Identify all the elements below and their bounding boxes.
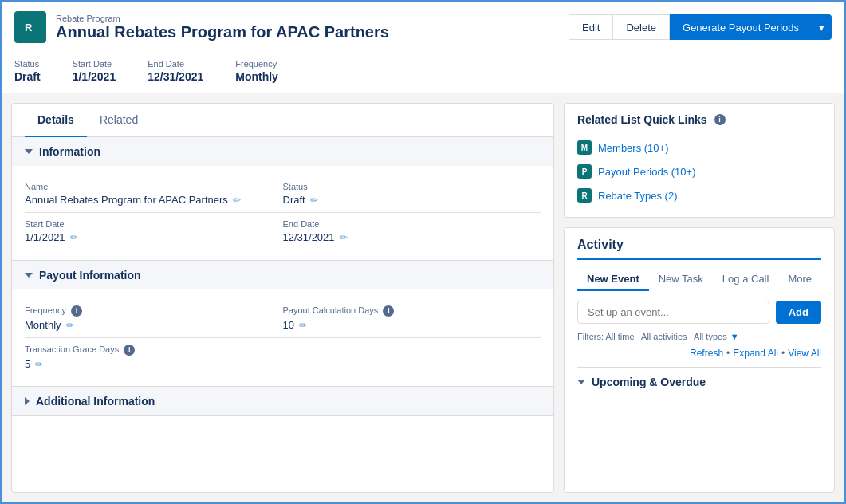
rebate-types-link-icon: R [577, 188, 592, 203]
payout-periods-link-icon: P [577, 164, 592, 179]
members-link-icon: M [577, 140, 592, 155]
event-input[interactable] [577, 301, 769, 324]
activity-tab-new-task[interactable]: New Task [649, 268, 713, 291]
delete-button[interactable]: Delete [613, 14, 670, 40]
meta-frequency-value: Monthly [235, 70, 278, 83]
tab-related[interactable]: Related [87, 104, 151, 137]
quick-links-list: M Members (10+) P Payout Periods (10+) R… [577, 136, 821, 207]
field-frequency-value: Monthly [25, 319, 61, 331]
quick-links-info-icon[interactable]: i [714, 114, 726, 125]
refresh-link[interactable]: Refresh [690, 348, 723, 359]
quick-link-payout-periods[interactable]: P Payout Periods (10+) [577, 159, 821, 183]
meta-start-value: 1/1/2021 [73, 70, 116, 83]
grace-days-info-icon[interactable]: i [124, 345, 135, 356]
field-name: Name Annual Rebates Program for APAC Par… [25, 175, 283, 213]
field-end-date-value: 12/31/2021 [283, 231, 335, 243]
field-name-edit-icon[interactable]: ✏ [233, 195, 241, 206]
additional-section-header[interactable]: Additional Information [12, 387, 553, 415]
payout-section-body: Frequency i Monthly ✏ Payout Calculation… [12, 289, 553, 386]
field-status-value: Draft [283, 194, 305, 206]
field-payout-calc-value: 10 [283, 319, 294, 331]
activity-tab-new-event[interactable]: New Event [577, 268, 649, 291]
field-grace-days-value: 5 [25, 358, 30, 370]
quick-links-panel: Related List Quick Links i M Members (10… [564, 103, 835, 218]
generate-dropdown-button[interactable]: ▾ [813, 14, 832, 40]
filters-row: Filters: All time · All activities · All… [577, 332, 821, 341]
field-grace-days-edit-icon[interactable]: ✏ [35, 359, 43, 370]
brand-text: Rebate Program Annual Rebates Program fo… [56, 14, 389, 41]
quick-link-rebate-types[interactable]: R Rebate Types (2) [577, 183, 821, 207]
members-link-label: Members (10+) [598, 142, 669, 154]
svg-text:R: R [25, 22, 33, 33]
edit-button[interactable]: Edit [569, 14, 613, 40]
information-fields-grid: Name Annual Rebates Program for APAC Par… [25, 175, 541, 250]
field-frequency-edit-icon[interactable]: ✏ [66, 320, 74, 331]
information-section-header[interactable]: Information [12, 137, 553, 166]
additional-chevron-icon [25, 397, 30, 405]
field-end-date: End Date 12/31/2021 ✏ [283, 213, 541, 250]
dropdown-chevron-icon: ▾ [819, 22, 824, 33]
filter-icon[interactable]: ▼ [730, 332, 739, 341]
activity-tab-more[interactable]: More [778, 268, 821, 291]
header-brand: R Rebate Program Annual Rebates Program … [14, 11, 389, 43]
header-actions: Edit Delete Generate Payout Periods ▾ [569, 14, 832, 40]
quick-links-title: Related List Quick Links i [577, 113, 821, 126]
information-section: Information Name Annual Rebates Program … [12, 137, 553, 261]
information-chevron-icon [25, 149, 33, 154]
activity-panel: Activity New Event New Task Log a Call M… [564, 227, 835, 493]
meta-end-label: End Date [148, 59, 203, 69]
field-payout-calc-days: Payout Calculation Days i 10 ✏ [283, 299, 541, 338]
meta-start-label: Start Date [73, 59, 116, 69]
activity-tab-log-call[interactable]: Log a Call [713, 268, 779, 291]
payout-section-header[interactable]: Payout Information [12, 261, 553, 289]
add-event-button[interactable]: Add [776, 301, 821, 324]
payout-periods-link-label: Payout Periods (10+) [598, 166, 695, 178]
field-start-date-value: 1/1/2021 [25, 231, 65, 243]
field-end-edit-icon[interactable]: ✏ [340, 232, 348, 243]
field-status: Status Draft ✏ [283, 175, 541, 213]
generate-payout-button[interactable]: Generate Payout Periods [670, 14, 813, 40]
meta-status-value: Draft [14, 70, 41, 83]
frequency-info-icon[interactable]: i [71, 305, 82, 317]
view-all-link[interactable]: View All [788, 348, 821, 359]
field-status-edit-icon[interactable]: ✏ [310, 195, 318, 206]
payout-section-title: Payout Information [39, 269, 141, 282]
field-name-value: Annual Rebates Program for APAC Partners [25, 194, 228, 206]
detail-tabs: Details Related [12, 104, 553, 137]
brand-icon: R [14, 11, 46, 43]
quick-link-members[interactable]: M Members (10+) [577, 136, 821, 159]
upcoming-header[interactable]: Upcoming & Overdue [577, 376, 821, 388]
page-wrapper: R Rebate Program Annual Rebates Program … [0, 0, 846, 504]
activity-tabs: New Event New Task Log a Call More [577, 268, 821, 291]
meta-end-value: 12/31/2021 [148, 70, 203, 83]
left-panel: Details Related Information Name Annual … [11, 103, 554, 493]
meta-frequency-label: Frequency [235, 59, 278, 69]
tab-details[interactable]: Details [25, 104, 87, 137]
field-transaction-grace-days: Transaction Grace Days i 5 ✏ [25, 338, 283, 376]
additional-section: Additional Information [12, 387, 553, 416]
additional-section-title: Additional Information [36, 395, 155, 408]
page-subtitle: Rebate Program [56, 14, 389, 23]
payout-section: Payout Information Frequency i Monthly ✏ [12, 261, 553, 387]
meta-frequency: Frequency Monthly [235, 59, 278, 83]
expand-all-link[interactable]: Expand All [733, 348, 778, 359]
main-content: Details Related Information Name Annual … [2, 93, 844, 502]
event-input-row: Add [577, 301, 821, 324]
right-panel: Related List Quick Links i M Members (10… [564, 103, 835, 493]
meta-end-date: End Date 12/31/2021 [148, 59, 203, 83]
filters-text: Filters: All time · All activities · All… [577, 332, 727, 341]
activity-links: Refresh • Expand All • View All [577, 348, 821, 359]
upcoming-label: Upcoming & Overdue [592, 376, 706, 388]
information-section-body: Name Annual Rebates Program for APAC Par… [12, 166, 553, 260]
page-header: R Rebate Program Annual Rebates Program … [2, 2, 844, 93]
payout-calc-info-icon[interactable]: i [383, 305, 394, 317]
field-start-edit-icon[interactable]: ✏ [70, 232, 78, 243]
meta-status-label: Status [14, 59, 41, 69]
activity-title: Activity [577, 238, 821, 260]
field-payout-calc-edit-icon[interactable]: ✏ [299, 320, 307, 331]
header-top: R Rebate Program Annual Rebates Program … [14, 11, 832, 53]
information-section-title: Information [39, 145, 100, 158]
payout-fields-grid: Frequency i Monthly ✏ Payout Calculation… [25, 299, 541, 376]
payout-chevron-icon [25, 273, 33, 278]
page-title: Annual Rebates Program for APAC Partners [56, 23, 389, 41]
